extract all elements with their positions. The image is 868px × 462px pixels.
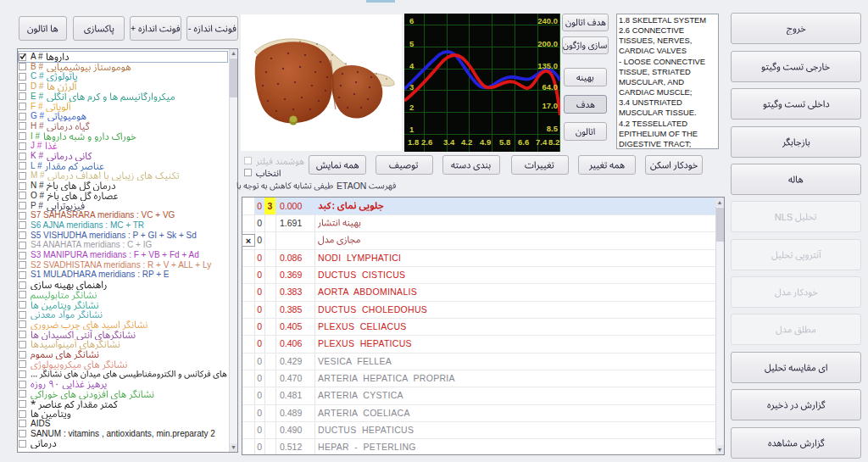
svg-text:240.0: 240.0 [537, 16, 558, 25]
svg-text:6.6: 6.6 [518, 137, 529, 147]
svg-text:4.9: 4.9 [480, 137, 491, 147]
svg-text:6: 6 [409, 16, 414, 25]
svg-text:4: 4 [409, 61, 415, 70]
svg-text:3: 3 [409, 82, 414, 92]
svg-text:8.5: 8.5 [547, 124, 559, 133]
svg-text:1.8: 1.8 [408, 137, 419, 147]
svg-text:3.4: 3.4 [443, 137, 455, 147]
svg-text:5: 5 [409, 39, 415, 48]
svg-text:8.2: 8.2 [548, 137, 559, 147]
svg-text:2.6: 2.6 [421, 137, 432, 147]
svg-text:2: 2 [409, 103, 414, 112]
svg-text:1: 1 [409, 125, 415, 134]
svg-text:135.0: 135.0 [537, 61, 558, 70]
svg-text:4.2: 4.2 [461, 137, 472, 147]
svg-text:7.4: 7.4 [536, 137, 548, 147]
svg-text:17.0: 17.0 [542, 101, 559, 110]
svg-text:200.0: 200.0 [537, 39, 558, 48]
svg-text:64.0: 64.0 [542, 82, 559, 92]
svg-text:5.8: 5.8 [499, 137, 510, 147]
